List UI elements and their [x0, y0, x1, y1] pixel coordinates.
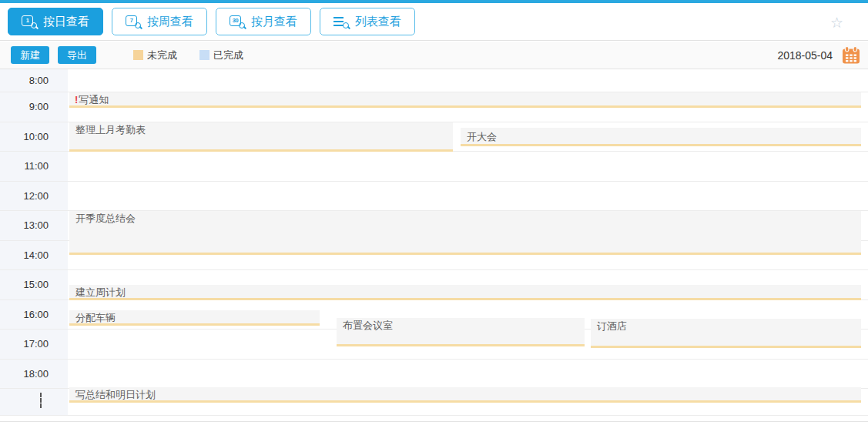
view-tab[interactable]: 列表查看	[320, 8, 415, 35]
event-title: 写总结和明日计划	[75, 389, 156, 400]
view-tabbar: 1 按日查看 7 按周查看 30 按月查看	[0, 3, 868, 41]
event[interactable]: 布置会议室	[337, 318, 585, 346]
hour-label: 18:00	[0, 368, 68, 380]
hour-row[interactable]: 12:00	[0, 182, 868, 212]
hour-row[interactable]: 11:00	[0, 152, 868, 182]
hour-label: 11:00	[0, 160, 68, 172]
event-line: 整理上月考勤表	[75, 124, 450, 136]
event-title: 整理上月考勤表	[75, 124, 146, 136]
list-lines-icon	[333, 17, 344, 18]
schedule-app: 1 按日查看 7 按周查看 30 按月查看	[0, 0, 868, 435]
hour-row[interactable]: 18:00	[0, 360, 868, 390]
view-tab-label: 按月查看	[251, 15, 297, 29]
hour-row[interactable]: 8:00	[0, 69, 868, 92]
calendar-search-icon	[333, 15, 350, 29]
event-title: 开季度总结会	[75, 212, 136, 224]
hour-label: 8:00	[0, 75, 68, 86]
magnifier-icon	[31, 22, 37, 28]
view-tab[interactable]: 1 按日查看	[8, 8, 103, 35]
view-tab-label: 列表查看	[355, 15, 401, 29]
event-line: 订酒店	[596, 320, 858, 333]
event-title: 建立周计划	[75, 286, 126, 297]
hour-label: 16:00	[0, 309, 68, 320]
grid-bottom-border	[0, 421, 868, 422]
hour-label: 15:00	[0, 279, 68, 290]
legend-label: 未完成	[147, 49, 177, 62]
calendar-search-icon: 7	[126, 15, 142, 29]
event[interactable]: 开季度总结会	[69, 211, 861, 255]
star-icon[interactable]: ☆	[830, 15, 843, 30]
legend-swatch	[133, 50, 143, 60]
event[interactable]: 写总结和明日计划	[69, 387, 861, 403]
legend-swatch	[199, 50, 209, 60]
dashed-cursor	[40, 393, 42, 408]
urgent-mark: !	[75, 94, 78, 105]
event-line: 写总结和明日计划	[75, 389, 858, 400]
status-legend: 未完成 已完成	[133, 49, 243, 62]
hour-label: 10:00	[0, 131, 68, 142]
view-tab-label: 按周查看	[147, 15, 193, 29]
hour-label: 12:00	[0, 190, 68, 202]
event-line: 布置会议室	[342, 320, 581, 332]
legend-item: 未完成	[133, 49, 177, 62]
event[interactable]: 整理上月考勤表	[69, 122, 453, 152]
new-button[interactable]: 新建	[11, 46, 49, 64]
event-line: 建立周计划	[75, 286, 858, 297]
view-tab-label: 按日查看	[43, 15, 89, 29]
date-picker-calendar-icon[interactable]	[842, 46, 860, 64]
legend-item: 已完成	[199, 49, 243, 62]
hour-label: 17:00	[0, 338, 68, 350]
current-date: 2018-05-04	[777, 49, 833, 62]
legend-label: 已完成	[213, 49, 243, 62]
event[interactable]: 建立周计划	[69, 285, 861, 300]
date-area: 2018-05-04	[777, 46, 860, 64]
magnifier-icon	[135, 22, 141, 28]
event-line: 分配车辆	[75, 312, 317, 323]
magnifier-icon	[239, 22, 245, 28]
event[interactable]: 分配车辆	[69, 310, 320, 326]
event-title: 开大会	[467, 131, 497, 142]
hour-label: 13:00	[0, 219, 68, 231]
event-line: 开大会	[466, 131, 858, 143]
event-title: 订酒店	[597, 320, 627, 332]
event-line: !写通知	[75, 94, 858, 105]
view-tab[interactable]: 30 按月查看	[216, 8, 311, 35]
event-title: 写通知	[79, 94, 109, 105]
event[interactable]: !写通知	[69, 92, 861, 108]
event-title: 分配车辆	[75, 312, 116, 323]
event-line: 开季度总结会	[75, 212, 858, 225]
hour-label: 9:00	[0, 101, 68, 112]
event[interactable]: 订酒店	[591, 319, 861, 348]
event-title: 布置会议室	[343, 320, 393, 331]
view-tab[interactable]: 7 按周查看	[112, 8, 207, 35]
magnifier-icon	[343, 22, 349, 28]
calendar-search-icon: 30	[230, 15, 246, 29]
event[interactable]: 开大会	[461, 128, 861, 146]
day-schedule-grid: 8:00 9:00 10:00 11:00 12:00 13:00 14:00 …	[0, 69, 868, 416]
hour-label: 14:00	[0, 249, 68, 261]
calendar-search-icon: 1	[22, 15, 38, 29]
export-button[interactable]: 导出	[58, 46, 96, 64]
toolbar: 新建 导出 未完成 已完成 2018-05-04	[0, 42, 868, 69]
